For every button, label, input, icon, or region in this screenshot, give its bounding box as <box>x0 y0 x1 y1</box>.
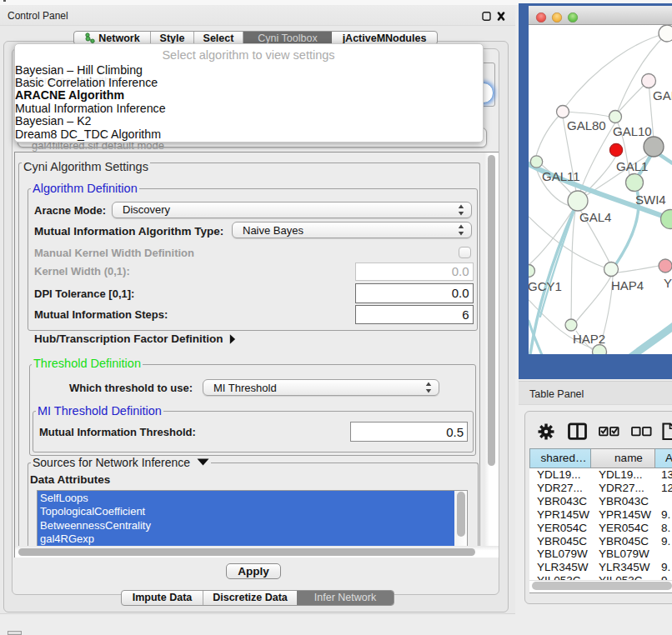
svg-text:SWI4: SWI4 <box>635 192 666 207</box>
svg-text:HAP4: HAP4 <box>611 278 644 292</box>
svg-text:GCY1: GCY1 <box>529 279 562 293</box>
svg-text:GAL11: GAL11 <box>542 169 580 183</box>
svg-text:GAL: GAL <box>653 88 672 102</box>
svg-text:GAL80: GAL80 <box>567 118 606 132</box>
svg-text:HAP2: HAP2 <box>573 332 605 346</box>
svg-text:GAL4: GAL4 <box>579 210 611 224</box>
svg-text:GAL10: GAL10 <box>613 124 652 138</box>
svg-text:Y: Y <box>664 276 672 290</box>
svg-text:GAL1: GAL1 <box>616 159 648 173</box>
